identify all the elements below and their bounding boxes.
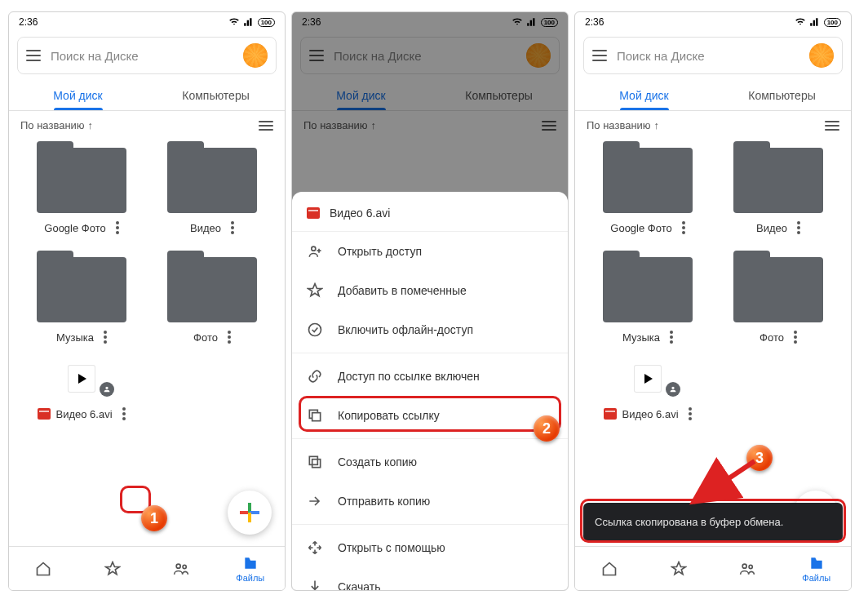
sheet-title: Видео 6.avi [330,207,390,220]
nav-shared[interactable] [147,547,216,590]
kebab-icon[interactable] [116,221,119,234]
folder-icon [733,257,823,322]
video-file-icon [604,408,617,420]
nav-home[interactable] [9,547,78,590]
folder-label: Музыка [622,331,660,344]
svg-rect-6 [309,456,317,464]
folder-item[interactable]: Google Фото [20,140,143,234]
phone-screen-3: 2:36 100 Поиск на Диске Мой диск Компьют… [574,11,852,591]
search-input[interactable]: Поиск на Диске [51,49,233,63]
video-file-icon [307,207,320,219]
file-grid: Google Фото Видео Музыка Фото Видео 6.av… [9,140,285,420]
file-grid: Google Фото Видео Музыка Фото Видео 6.av… [575,140,851,420]
kebab-icon[interactable] [682,221,685,234]
sheet-open-with[interactable]: Открыть с помощью [292,528,568,567]
battery-icon: 100 [258,18,275,27]
svg-point-3 [309,324,321,336]
nav-files[interactable]: Файлы [216,547,286,590]
folder-item[interactable]: Фото [717,249,839,344]
video-thumb-icon [68,365,95,393]
folder-label: Видео [190,222,221,234]
kebab-icon[interactable] [228,331,231,344]
file-label: Видео 6.avi [622,408,678,420]
tab-computers[interactable]: Компьютеры [713,79,851,110]
search-bar[interactable]: Поиск на Диске [17,37,277,74]
folder-item[interactable]: Музыка [587,249,709,344]
folder-icon [167,148,257,213]
avatar[interactable] [243,43,268,68]
search-bar[interactable]: Поиск на Диске [583,37,843,74]
folder-icon [37,148,126,213]
menu-icon[interactable] [26,50,41,61]
tabs: Мой диск Компьютеры [575,79,851,111]
bottom-nav: Файлы [575,546,851,590]
signal-icon [243,16,255,28]
nav-shared[interactable] [713,547,782,590]
sheet-link-enabled[interactable]: Доступ по ссылке включен [292,357,568,396]
sheet-copy-link[interactable]: Копировать ссылку [292,396,568,435]
offline-icon [307,322,323,338]
svg-point-2 [312,246,316,251]
tab-mydrive[interactable]: Мой диск [575,79,713,110]
play-icon [644,374,653,384]
kebab-icon[interactable] [794,331,797,344]
sort-button[interactable]: По названию ↑ [587,119,659,131]
view-toggle-icon[interactable] [259,121,273,131]
badge-2: 2 [534,415,560,442]
sheet-send-copy[interactable]: Отправить копию [292,482,568,521]
kebab-icon[interactable] [231,221,234,234]
status-icons: 100 [795,16,841,28]
shared-icon [100,382,114,397]
video-thumb-icon [634,365,662,393]
sheet-header: Видео 6.avi [292,207,568,232]
sheet-share[interactable]: Открыть доступ [292,232,568,271]
svg-point-7 [742,564,746,568]
file-kebab-icon[interactable] [122,407,126,420]
battery-icon: 100 [824,18,841,27]
folder-icon [603,148,693,213]
link-icon [307,368,323,384]
nav-starred[interactable] [78,547,148,590]
sheet-download[interactable]: Скачать [292,567,568,590]
tab-computers[interactable]: Компьютеры [147,79,285,110]
menu-icon[interactable] [592,50,607,61]
kebab-icon[interactable] [670,331,673,344]
sort-row: По названию ↑ [9,111,285,140]
badge-1: 1 [141,505,167,531]
sheet-star[interactable]: Добавить в помеченные [292,271,568,310]
nav-files[interactable]: Файлы [782,547,852,590]
svg-rect-4 [312,413,321,421]
play-icon [78,374,86,384]
kebab-icon[interactable] [104,331,107,344]
plus-icon [240,503,259,522]
folder-item[interactable]: Google Фото [587,140,709,234]
folder-item[interactable]: Фото [151,249,273,344]
download-icon [307,579,323,590]
toast-text: Ссылка скопирована в буфер обмена. [595,516,783,528]
phone-screen-1: 2:36 100 Поиск на Диске Мой диск Компьют… [8,11,286,591]
folder-icon [167,257,257,322]
duplicate-icon [307,454,323,470]
avatar[interactable] [809,43,834,68]
nav-home[interactable] [575,547,644,590]
file-item[interactable]: Видео 6.avi [587,365,709,420]
folder-item[interactable]: Музыка [20,249,143,344]
folder-item[interactable]: Видео [151,140,273,234]
tab-mydrive[interactable]: Мой диск [9,79,147,110]
sheet-offline[interactable]: Включить офлайн-доступ [292,310,568,349]
sort-button[interactable]: По названию ↑ [20,119,93,131]
file-item[interactable]: Видео 6.avi [20,365,143,420]
fab-add-button[interactable] [228,491,272,535]
folder-item[interactable]: Видео [717,140,839,234]
search-input[interactable]: Поиск на Диске [617,49,799,63]
nav-starred[interactable] [644,547,714,590]
wifi-icon [795,16,806,28]
sheet-make-copy[interactable]: Создать копию [292,442,568,482]
open-with-icon [307,540,323,556]
file-kebab-icon[interactable] [689,407,692,420]
view-toggle-icon[interactable] [825,121,839,131]
svg-point-8 [749,565,752,568]
kebab-icon[interactable] [797,221,800,234]
folder-label: Музыка [56,331,94,344]
badge-3: 3 [746,445,773,471]
